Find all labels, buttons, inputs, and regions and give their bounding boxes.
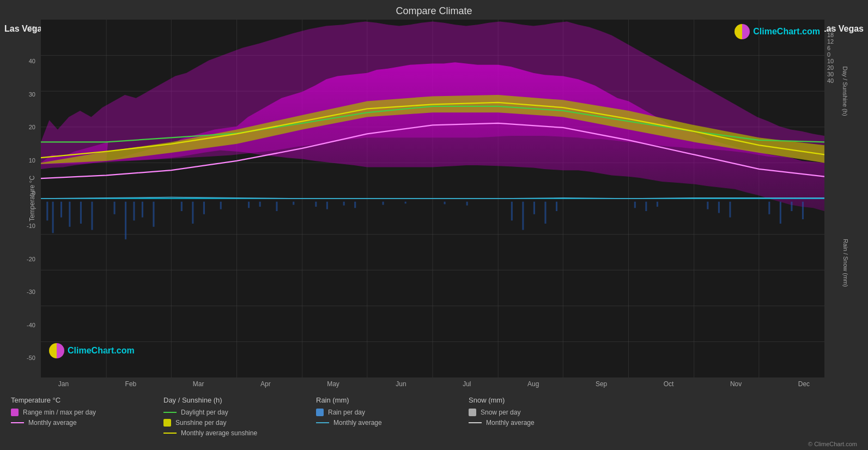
legend-snow: Snow (mm) Snow per day Monthly average: [469, 396, 605, 437]
svg-rect-31: [181, 202, 183, 211]
svg-rect-36: [259, 202, 261, 207]
legend-sunshine-avg: Monthly average sunshine: [163, 429, 300, 437]
svg-rect-23: [69, 202, 70, 227]
svg-rect-29: [142, 202, 143, 218]
svg-rect-51: [556, 202, 557, 211]
svg-rect-49: [533, 202, 535, 214]
month-oct: Oct: [664, 380, 674, 388]
svg-rect-47: [511, 202, 513, 221]
svg-rect-32: [192, 202, 193, 224]
month-jul: Jul: [463, 380, 471, 388]
legend-sunshine-label: Sunshine per day: [175, 419, 226, 427]
month-mar: Mar: [193, 380, 204, 388]
snow-swatch: [469, 409, 476, 416]
svg-rect-54: [657, 202, 658, 207]
sunshine-avg-swatch: [163, 433, 177, 434]
svg-rect-40: [326, 202, 328, 209]
svg-rect-21: [52, 202, 54, 233]
legend-sunshine-avg-label: Monthly average sunshine: [181, 429, 257, 437]
svg-rect-38: [293, 202, 294, 205]
svg-rect-22: [60, 202, 62, 218]
legend-temp: Temperature °C Range min / max per day M…: [11, 396, 147, 437]
chart-svg: [41, 20, 824, 377]
legend-rain-item: Rain per day: [316, 409, 452, 416]
svg-rect-58: [768, 202, 770, 214]
legend-snow-title: Snow (mm): [469, 396, 605, 404]
legend-sunshine: Day / Sunshine (h) Daylight per day Suns…: [163, 396, 300, 437]
svg-rect-44: [405, 202, 406, 203]
chart-area: Temperature °C 50 40 30 20 10 0 -10 -20 …: [8, 20, 860, 377]
legend-snow-label: Snow per day: [481, 409, 520, 416]
svg-rect-39: [315, 202, 317, 207]
snow-avg-swatch: [469, 422, 482, 423]
y-label-right-top: Day / Sunshine (h): [841, 67, 848, 116]
svg-rect-45: [444, 202, 446, 205]
svg-rect-42: [354, 202, 356, 208]
month-dec: Dec: [798, 380, 810, 388]
svg-rect-34: [220, 202, 222, 209]
legend-temp-avg-label: Monthly average: [28, 419, 77, 427]
svg-rect-28: [133, 202, 135, 221]
month-nov: Nov: [730, 380, 742, 388]
rain-swatch: [316, 409, 324, 416]
svg-rect-20: [46, 202, 48, 221]
svg-rect-27: [125, 202, 126, 239]
svg-rect-25: [91, 202, 93, 230]
svg-rect-37: [276, 202, 277, 211]
legend-snow-avg: Monthly average: [469, 419, 605, 427]
x-axis: Jan Feb Mar Apr May Jun Jul Aug Sep Oct …: [30, 377, 838, 391]
y-label-left: Temperature °C: [28, 176, 36, 221]
chart-plot: ClimeChart.com ClimeChart.com: [41, 20, 824, 377]
rain-avg-swatch: [316, 422, 329, 423]
temp-avg-swatch: [11, 422, 24, 423]
svg-rect-33: [203, 202, 205, 214]
month-jan: Jan: [58, 380, 69, 388]
legend-snow-item: Snow per day: [469, 409, 605, 416]
svg-rect-26: [114, 202, 116, 214]
legend-temp-title: Temperature °C: [11, 396, 147, 404]
chart-title: Compare Climate: [0, 5, 868, 17]
month-feb: Feb: [125, 380, 137, 388]
month-aug: Aug: [527, 380, 539, 388]
rain-bars: [46, 202, 804, 239]
sunshine-swatch: [163, 419, 171, 427]
legend-rain: Rain (mm) Rain per day Monthly average: [316, 396, 452, 437]
svg-rect-55: [707, 202, 708, 209]
svg-rect-48: [522, 202, 524, 230]
copyright: © ClimeChart.com: [0, 440, 868, 450]
temp-range-swatch: [11, 409, 19, 416]
svg-rect-46: [466, 202, 468, 206]
legend-sunshine-item: Sunshine per day: [163, 419, 300, 427]
svg-rect-24: [80, 202, 82, 224]
daylight-swatch: [163, 412, 177, 413]
legend-snow-avg-label: Monthly average: [486, 419, 535, 427]
legend-rain-avg-label: Monthly average: [333, 419, 382, 427]
legend-rain-label: Rain per day: [328, 409, 365, 416]
legend-area: Temperature °C Range min / max per day M…: [0, 391, 868, 440]
svg-rect-53: [645, 202, 647, 211]
svg-rect-41: [343, 202, 345, 206]
legend-rain-title: Rain (mm): [316, 396, 452, 404]
month-apr: Apr: [260, 380, 271, 388]
svg-rect-30: [153, 202, 154, 227]
y-label-right-bottom: Rain / Snow (mm): [842, 239, 849, 287]
main-container: Compare Climate Las Vegas Las Vegas Temp…: [0, 0, 868, 450]
legend-daylight: Daylight per day: [163, 409, 300, 416]
svg-rect-60: [791, 202, 792, 211]
svg-rect-59: [780, 202, 781, 224]
legend-daylight-label: Daylight per day: [181, 409, 228, 416]
svg-rect-50: [544, 202, 546, 224]
legend-rain-avg: Monthly average: [316, 419, 452, 427]
month-sep: Sep: [596, 380, 607, 388]
svg-rect-43: [383, 202, 384, 205]
svg-rect-61: [802, 202, 804, 219]
legend-temp-range: Range min / max per day: [11, 409, 147, 416]
svg-rect-57: [729, 202, 731, 218]
legend-temp-range-label: Range min / max per day: [23, 409, 96, 416]
svg-rect-35: [248, 202, 250, 208]
month-jun: Jun: [396, 380, 406, 388]
svg-rect-56: [718, 202, 720, 213]
svg-rect-52: [634, 202, 636, 208]
month-may: May: [327, 380, 339, 388]
legend-sunshine-title: Day / Sunshine (h): [163, 396, 300, 404]
